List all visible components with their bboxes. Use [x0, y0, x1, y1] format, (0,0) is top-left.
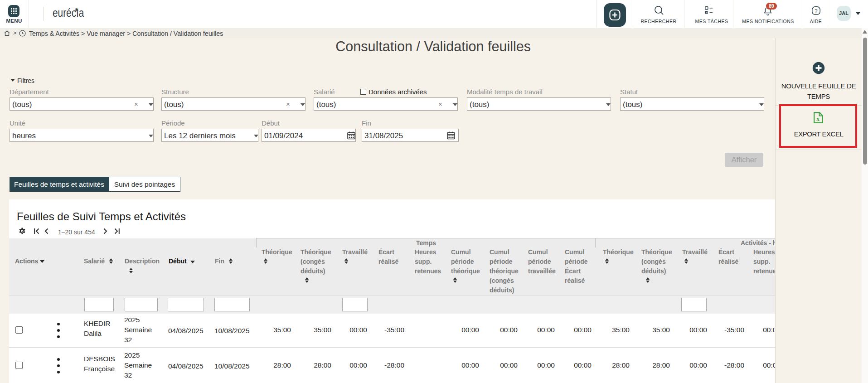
svg-text:?: ? [815, 8, 817, 14]
